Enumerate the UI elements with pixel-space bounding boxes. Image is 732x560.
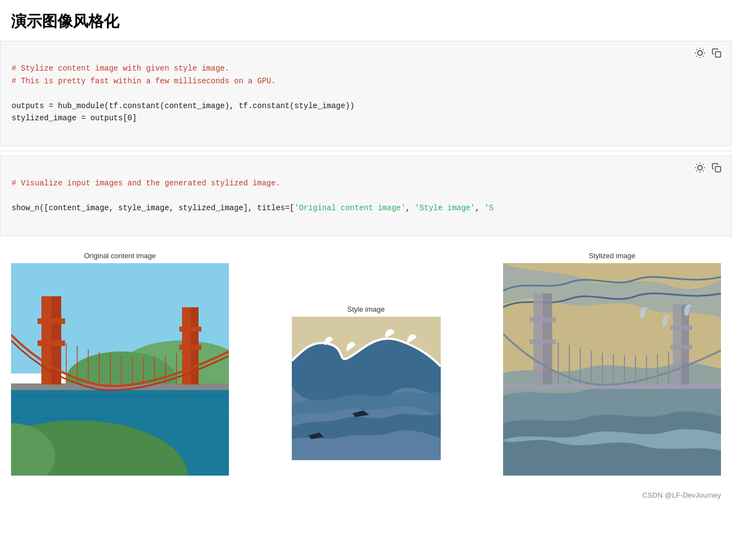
footer-credit: CSDN @LF-DevJourney	[0, 487, 732, 504]
content-image-label: Original content image	[84, 252, 156, 260]
svg-line-14	[703, 170, 703, 171]
style-image-label: Style image	[348, 305, 385, 313]
svg-rect-32	[38, 318, 65, 324]
code-cell-2: # Visualize input images and the generat…	[0, 156, 732, 236]
svg-line-13	[697, 164, 697, 164]
svg-rect-25	[11, 407, 229, 408]
svg-rect-56	[543, 294, 552, 385]
code-line-1: outputs = hub_module(tf.constant(content…	[12, 102, 355, 110]
svg-line-7	[697, 56, 697, 56]
svg-rect-55	[533, 294, 543, 385]
theme-toggle-icon-1[interactable]	[694, 47, 706, 59]
comment-line-1: # Stylize content image with given style…	[12, 64, 229, 73]
theme-toggle-icon-2[interactable]	[694, 162, 706, 174]
credit-text: CSDN @LF-DevJourney	[642, 491, 721, 499]
svg-rect-26	[11, 418, 229, 419]
comment-visualize: # Visualize input images and the generat…	[12, 179, 280, 188]
style-image-container: Style image	[292, 305, 441, 460]
page-title: 演示图像风格化	[0, 0, 732, 41]
svg-rect-57	[673, 305, 681, 385]
svg-rect-9	[715, 52, 721, 57]
code-show-n: show_n([content_image, style_image, styl…	[12, 204, 494, 212]
svg-line-3	[697, 50, 697, 50]
svg-line-8	[703, 50, 703, 50]
content-image	[11, 263, 229, 476]
svg-rect-60	[530, 339, 556, 344]
cell-toolbar-1	[694, 47, 723, 59]
svg-point-10	[698, 166, 702, 170]
output-area: Original content image	[0, 241, 732, 487]
stylized-image	[503, 263, 721, 476]
stylized-image-label: Stylized image	[589, 252, 635, 260]
stylized-image-container: Stylized image	[503, 252, 721, 476]
svg-rect-33	[38, 340, 65, 346]
svg-point-0	[698, 51, 702, 55]
style-image	[292, 317, 441, 460]
comment-line-2: # This is pretty fast within a few milli…	[12, 77, 276, 86]
svg-line-17	[697, 170, 697, 171]
code-line-2: stylized_image = outputs[0]	[12, 114, 137, 122]
svg-rect-34	[179, 327, 201, 332]
cell-toolbar-2	[694, 162, 723, 174]
content-image-container: Original content image	[11, 252, 229, 476]
copy-icon-2[interactable]	[710, 162, 723, 174]
svg-rect-19	[715, 166, 721, 172]
svg-rect-61	[670, 326, 692, 330]
images-row: Original content image	[11, 246, 721, 476]
svg-line-18	[703, 164, 703, 164]
svg-rect-35	[179, 345, 201, 350]
code-cell-1: # Stylize content image with given style…	[0, 41, 732, 146]
code-block-1: # Stylize content image with given style…	[12, 50, 720, 137]
svg-rect-59	[530, 317, 556, 322]
code-block-2: # Visualize input images and the generat…	[12, 165, 720, 227]
svg-rect-24	[11, 396, 229, 397]
svg-line-4	[703, 56, 703, 56]
svg-rect-58	[681, 305, 689, 385]
copy-icon-1[interactable]	[710, 47, 723, 59]
svg-rect-62	[670, 345, 692, 349]
